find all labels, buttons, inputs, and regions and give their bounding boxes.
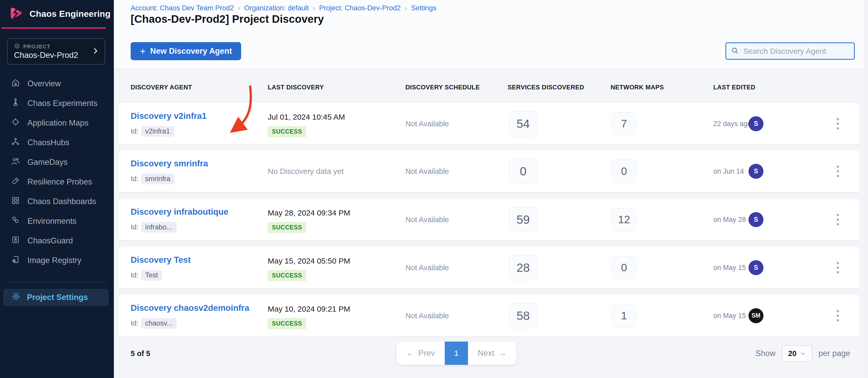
sidebar-item-label: Chaos Dashboards (27, 197, 96, 206)
brand-divider (2, 27, 106, 29)
new-discovery-agent-button[interactable]: + New Discovery Agent (131, 42, 241, 60)
agent-name-link[interactable]: Discovery chaosv2demoinfra (131, 303, 249, 313)
avatar: S (748, 212, 764, 227)
breadcrumb-project-link[interactable]: Project: Chaos-Dev-Prod2 (319, 4, 401, 12)
last-discovery-date: May 28, 2024 09:34 PM (268, 208, 350, 217)
page-size-value: 20 (788, 349, 796, 358)
column-header-network-maps: NETWORK MAPS (611, 84, 664, 91)
new-discovery-agent-label: New Discovery Agent (150, 46, 232, 56)
dashboard-icon (11, 196, 20, 207)
sidebar-item-label: Image Registry (27, 256, 81, 265)
search-box (725, 42, 855, 60)
sidebar-item-chaoshubs[interactable]: ChaosHubs (0, 133, 114, 152)
column-header-last-edited: LAST EDITED (713, 84, 755, 91)
pagination: ← Prev 1 Next → (396, 342, 517, 365)
next-page-button[interactable]: Next → (468, 342, 517, 365)
status-badge: SUCCESS (268, 270, 306, 281)
people-icon (11, 157, 20, 168)
plus-icon: + (140, 46, 146, 56)
id-chip: infrabo... (141, 222, 177, 233)
discovery-schedule: Not Available (405, 119, 449, 128)
sidebar-item-label: ChaosGuard (27, 236, 73, 245)
lock-icon (11, 235, 20, 246)
sidebar-item-label: Resilience Probes (27, 177, 92, 186)
status-badge: SUCCESS (268, 222, 306, 233)
id-prefix: Id: (131, 127, 138, 135)
sidebar-item-resilience-probes[interactable]: Resilience Probes (0, 172, 114, 192)
sidebar-item-overview[interactable]: Overview (0, 74, 114, 94)
chevron-right-icon (92, 47, 99, 56)
hexagons-icon (11, 215, 20, 227)
table-row: Discovery v2infra1 Id: v2infra1 Jul 01, … (119, 103, 860, 144)
sidebar-item-gamedays[interactable]: GameDays (0, 152, 114, 172)
column-header-discovery-schedule: DISCOVERY SCHEDULE (405, 84, 480, 91)
row-menu-icon[interactable] (834, 211, 842, 228)
project-name: Chaos-Dev-Prod2 (14, 50, 78, 60)
sidebar-item-project-settings[interactable]: Project Settings (3, 289, 108, 306)
agent-name-link[interactable]: Discovery smrinfra (131, 159, 208, 168)
last-discovery-date: May 10, 2024 09:21 PM (268, 305, 350, 313)
id-prefix: Id: (131, 319, 138, 328)
breadcrumb-organization-link[interactable]: Organization: default (244, 4, 309, 12)
search-input[interactable] (743, 47, 849, 56)
breadcrumb: Account: Chaos Dev Team Prod2 › Organiza… (131, 4, 436, 12)
sidebar-item-environments[interactable]: Environments (0, 211, 114, 231)
sidebar-item-image-registry[interactable]: Image Registry (0, 251, 114, 270)
per-page-label: per page (818, 349, 850, 358)
sidebar-item-chaosguard[interactable]: ChaosGuard (0, 231, 114, 251)
id-chip: smrinfra (141, 174, 175, 184)
discovery-schedule: Not Available (405, 263, 449, 272)
row-menu-icon[interactable] (834, 259, 842, 276)
network-maps-count: 12 (612, 208, 636, 232)
sidebar-item-label: Application Maps (27, 118, 89, 128)
sidebar-item-chaos-experiments[interactable]: Chaos Experiments (0, 94, 114, 113)
services-discovered-count: 59 (509, 207, 538, 232)
prev-label: Prev (418, 348, 435, 358)
page-title: [Chaos-Dev-Prod2] Project Discovery (131, 13, 324, 25)
main-content: Account: Chaos Dev Team Prod2 › Organiza… (114, 0, 868, 378)
column-header-discovery-agent: DISCOVERY AGENT (131, 84, 192, 91)
breadcrumb-settings-link[interactable]: Settings (411, 4, 436, 12)
table-row: Discovery infraboutique Id: infrabo... M… (119, 199, 860, 240)
row-menu-icon[interactable] (834, 115, 842, 132)
id-chip: chaosv... (141, 318, 177, 329)
discovery-schedule: Not Available (405, 215, 449, 224)
id-chip: v2infra1 (141, 126, 174, 137)
toolbar-divider (114, 68, 868, 69)
agent-id: Id: v2infra1 (131, 126, 174, 137)
sidebar-item-chaos-dashboards[interactable]: Chaos Dashboards (0, 192, 114, 211)
page-size-select[interactable]: 20 (782, 345, 812, 362)
discovery-schedule: Not Available (405, 167, 449, 175)
sidebar-item-label: Environments (27, 216, 76, 226)
project-selector[interactable]: PROJECT Chaos-Dev-Prod2 (7, 38, 105, 65)
last-edited-text: on May 15 (713, 264, 746, 272)
column-header-services-discovered: SERVICES DISCOVERED (507, 84, 584, 91)
sidebar-nav: Overview Chaos Experiments Application M… (0, 74, 114, 270)
row-menu-icon[interactable] (834, 307, 842, 324)
scrollbar[interactable] (864, 0, 868, 378)
last-edited-text: 22 days ago (713, 119, 751, 128)
registry-icon (11, 255, 20, 266)
status-badge: SUCCESS (268, 126, 306, 137)
prev-page-button[interactable]: ← Prev (396, 342, 445, 365)
breadcrumb-separator: › (401, 4, 411, 12)
network-maps-count: 0 (612, 160, 636, 183)
show-label: Show (755, 349, 776, 358)
breadcrumb-separator: › (309, 4, 319, 12)
probe-icon (11, 176, 20, 187)
table-row: Discovery Test Id: Test May 15, 2024 05:… (119, 247, 860, 288)
agent-name-link[interactable]: Discovery infraboutique (131, 207, 228, 217)
project-label: PROJECT (23, 44, 51, 49)
sidebar-item-application-maps[interactable]: Application Maps (0, 113, 114, 133)
agent-name-link[interactable]: Discovery v2infra1 (131, 111, 207, 121)
sidebar: Chaos Engineering PROJECT Chaos-Dev-Pr (0, 0, 114, 378)
agent-name-link[interactable]: Discovery Test (131, 255, 191, 265)
page-number-button[interactable]: 1 (445, 342, 468, 365)
breadcrumb-account-link[interactable]: Account: Chaos Dev Team Prod2 (131, 4, 234, 12)
agent-id: Id: infrabo... (131, 222, 177, 233)
last-edited-text: on May 15 (713, 312, 746, 320)
sidebar-item-label: Overview (27, 79, 61, 89)
no-discovery-message: No Discovery data yet (268, 167, 344, 176)
row-menu-icon[interactable] (834, 163, 842, 179)
last-discovery-date: May 15, 2024 05:50 PM (268, 256, 350, 265)
